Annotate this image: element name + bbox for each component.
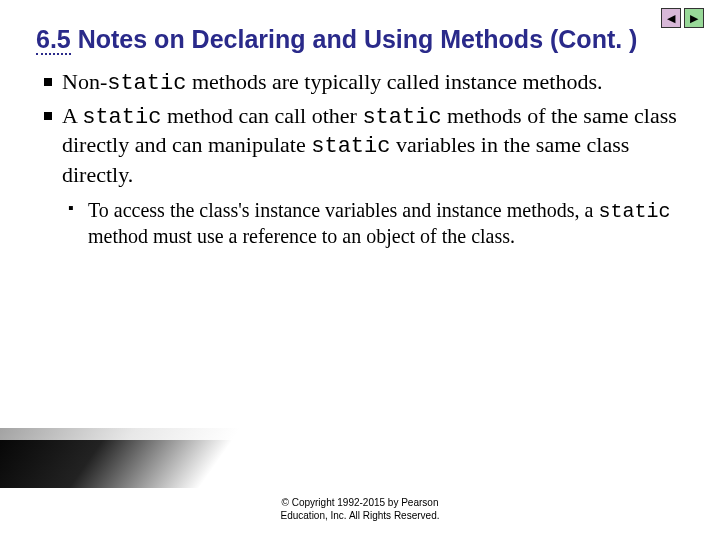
title-number: 6.5	[36, 25, 71, 55]
slide-content: 6.5 Notes on Declaring and Using Methods…	[0, 0, 720, 249]
copyright-line: Education, Inc. All Rights Reserved.	[0, 510, 720, 523]
code-text: static	[82, 105, 161, 130]
decorative-wedge	[0, 428, 241, 488]
code-text: static	[311, 134, 390, 159]
text: method can call other	[161, 103, 362, 128]
code-text: static	[598, 200, 670, 223]
bullet-item: Non-static methods are typically called …	[62, 68, 684, 98]
text: method must use a reference to an object…	[88, 225, 515, 247]
prev-arrow-icon[interactable]: ◀	[661, 8, 681, 28]
next-arrow-icon[interactable]: ▶	[684, 8, 704, 28]
sub-bullet-item: To access the class's instance variables…	[62, 198, 684, 249]
copyright-footer: © Copyright 1992-2015 by Pearson Educati…	[0, 497, 720, 522]
text: To access the class's instance variables…	[88, 199, 598, 221]
slide-title: 6.5 Notes on Declaring and Using Methods…	[36, 24, 684, 54]
title-text: Notes on Declaring and Using Methods (Co…	[78, 25, 638, 53]
text: Non-	[62, 69, 107, 94]
copyright-line: © Copyright 1992-2015 by Pearson	[0, 497, 720, 510]
text: A	[62, 103, 82, 128]
bullet-list: Non-static methods are typically called …	[36, 68, 684, 249]
text: methods are typically called instance me…	[186, 69, 602, 94]
nav-buttons: ◀ ▶	[661, 8, 704, 28]
code-text: static	[362, 105, 441, 130]
code-text: static	[107, 71, 186, 96]
bullet-item: A static method can call other static me…	[62, 102, 684, 189]
